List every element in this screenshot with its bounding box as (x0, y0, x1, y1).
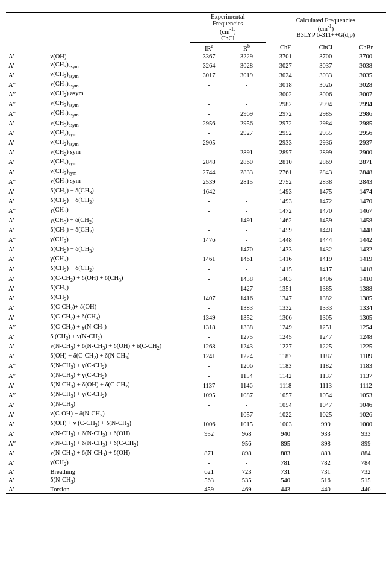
table-row: A′δ(CH3)-1427135113851388 (6, 283, 386, 293)
data-cell: 2900 (346, 148, 386, 157)
table-row: A′Torsion459469443440440 (6, 485, 386, 494)
data-cell: 1419 (346, 254, 386, 264)
data-cell: - (190, 274, 228, 283)
data-cell: 2838 (306, 177, 346, 186)
table-row: A′′ν(CH3) sym25392815275228382843 (6, 177, 386, 186)
data-cell: 621 (190, 468, 228, 476)
data-cell: 3006 (306, 89, 346, 99)
table-row: A′δ(CH3) + δ(CH2)--145914481448 (6, 225, 386, 235)
assignment-cell: δ(OH) + δ(C-CH2) + δ(N-CH3) (48, 351, 190, 361)
data-cell: 1333 (306, 303, 346, 312)
data-cell: 968 (228, 429, 266, 439)
data-cell: - (228, 196, 266, 206)
data-cell: 1006 (190, 419, 228, 429)
data-cell: 940 (266, 429, 306, 439)
symmetry-cell: A′ (6, 167, 48, 177)
table-body: A′ν(OH)33673229370137003700A′ν(CH3)asym3… (6, 52, 386, 494)
table-row: A′δ(C-CH2) + δ(OH) + δ(CH3)-143814031406… (6, 274, 386, 283)
symmetry-cell: A′ (6, 409, 48, 419)
table-row: A′δ(CH2) + δ(CH3)1642-149314751474 (6, 186, 386, 196)
data-cell: 3018 (266, 80, 306, 89)
assignment-cell: ν(N-CH3) + δ(N-CH3) + δ(OH) (48, 449, 190, 458)
symmetry-cell: A′ (6, 342, 48, 351)
ir-col-header: IRa (190, 42, 228, 52)
assignment-cell: ν(CH2) sym (48, 148, 190, 157)
assignment-cell: ν(N-CH3) + δ(N-CH3) + δ(OH) + δ(C-CH2) (48, 342, 190, 351)
data-cell: 2972 (266, 109, 306, 118)
table-row: A′δ(N-CH3)--105410471046 (6, 400, 386, 409)
data-cell: 3027 (266, 60, 306, 70)
data-cell: - (228, 400, 266, 409)
table-row: A′δ(CH3)14071416134713821385 (6, 293, 386, 303)
data-cell: 898 (306, 439, 346, 449)
data-cell: - (190, 458, 228, 468)
data-cell: 2985 (306, 109, 346, 118)
data-cell: 883 (266, 449, 306, 458)
symmetry-cell: A′ (6, 283, 48, 293)
data-cell: - (228, 186, 266, 196)
data-cell: - (190, 99, 228, 109)
assignment-cell: δ(CH2) + δ(CH3) (48, 196, 190, 206)
data-cell: 3026 (306, 80, 346, 89)
data-cell: 1403 (266, 274, 306, 283)
data-cell: 1187 (306, 351, 346, 361)
data-cell: 1458 (346, 216, 386, 225)
data-cell: 1352 (228, 312, 266, 322)
data-cell: 1183 (266, 361, 306, 371)
data-cell: - (190, 409, 228, 419)
data-cell: 2969 (228, 109, 266, 118)
table-row: A′δ (CH3) + ν(N-CH2)-1275124512471248 (6, 332, 386, 342)
data-cell: 2848 (346, 167, 386, 177)
data-cell: 3028 (346, 80, 386, 89)
assignments-header (48, 13, 190, 52)
data-cell: - (190, 128, 228, 138)
symmetry-cell: A′ (6, 157, 48, 167)
data-cell: - (228, 206, 266, 215)
data-cell: 1493 (266, 196, 306, 206)
data-cell: 1406 (306, 274, 346, 283)
data-cell: 781 (266, 458, 306, 468)
data-cell: 1433 (266, 245, 306, 254)
data-cell: - (190, 196, 228, 206)
data-cell: 2899 (306, 148, 346, 157)
assignment-cell: δ(C-CH2) + γ(N-CH3) (48, 323, 190, 332)
data-cell: - (190, 245, 228, 254)
table-row: A′ν(C-OH) + δ(N-CH3)-1057102210251026 (6, 409, 386, 419)
data-cell: 1137 (346, 371, 386, 380)
table-row: A′δ(CH2) + δ(CH3)-1470143314321432 (6, 245, 386, 254)
data-cell: 1112 (346, 380, 386, 390)
symmetry-cell: A′′ (6, 390, 48, 400)
data-cell: 2956 (346, 128, 386, 138)
table-row: A′′ν(CH3)asym--298229942994 (6, 99, 386, 109)
data-cell: 1118 (266, 380, 306, 390)
data-cell: 2972 (266, 119, 306, 128)
data-cell: 1385 (346, 293, 386, 303)
data-cell: 1642 (190, 186, 228, 196)
data-cell: 2815 (228, 177, 266, 186)
data-cell: 1474 (346, 186, 386, 196)
data-cell: 535 (228, 476, 266, 485)
data-cell: 2891 (228, 148, 266, 157)
symmetry-cell: A′ (6, 351, 48, 361)
symmetry-cell: A′ (6, 312, 48, 322)
data-cell: 2927 (228, 128, 266, 138)
data-cell: 1332 (266, 303, 306, 312)
data-cell: 933 (346, 429, 386, 439)
symmetry-cell: A′ (6, 196, 48, 206)
symmetry-cell: A′ (6, 138, 48, 148)
table-row: A′δ(C-CH2)+ δ(OH)-1383133213331334 (6, 303, 386, 312)
data-cell: 1383 (228, 303, 266, 312)
symmetry-cell: A′ (6, 186, 48, 196)
data-cell: 731 (306, 468, 346, 476)
calc-freq-header: Calculated Frequencies(cm-1)B3LYP 6-311+… (266, 13, 386, 43)
data-cell: 1407 (190, 293, 228, 303)
symmetry-cell: A′ (6, 225, 48, 235)
data-cell: 1470 (306, 206, 346, 215)
data-cell: - (190, 400, 228, 409)
table-row: A′ν(CH3)asym29562956297229842985 (6, 119, 386, 128)
data-cell: 1472 (306, 196, 346, 206)
r-col-header: Rb (228, 42, 266, 52)
assignment-cell: γ(CH2) (48, 458, 190, 468)
data-cell: 2744 (190, 167, 228, 177)
data-cell: 516 (306, 476, 346, 485)
